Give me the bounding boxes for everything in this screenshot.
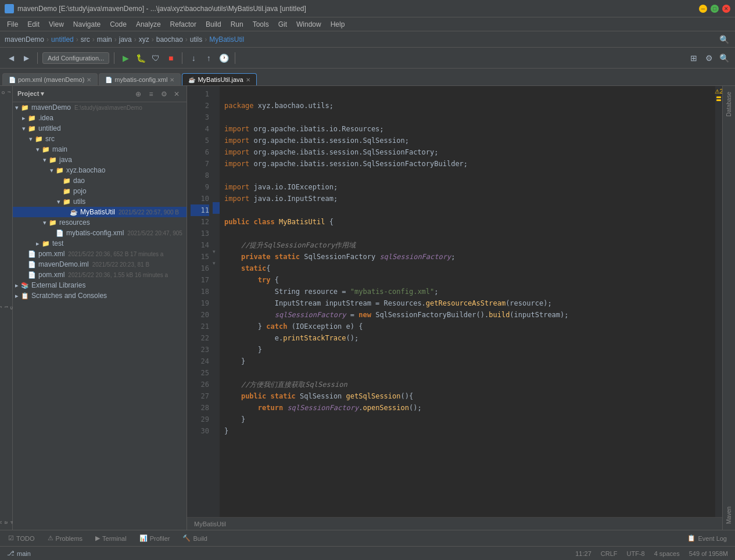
tree-item-mavendemo-iml[interactable]: ▸ 📄 mavenDemo.iml 2021/5/22 20:23, 81 B <box>13 259 187 270</box>
tab-todo[interactable]: ☑ TODO <box>2 533 41 544</box>
sidebar-locate-button[interactable]: ⊕ <box>133 89 144 99</box>
menu-navigate[interactable]: Navigate <box>69 19 105 30</box>
favorites-strip[interactable]: Fav <box>2 518 11 527</box>
tree-label-idea: .idea <box>38 114 53 122</box>
status-line-ending[interactable]: CRLF <box>598 550 620 557</box>
tree-item-pojo[interactable]: ▸ 📁 pojo <box>13 186 187 196</box>
menu-build[interactable]: Build <box>201 19 226 30</box>
fold-16[interactable]: ▾ <box>213 260 220 272</box>
tab-profiler[interactable]: 📊 Profiler <box>134 533 176 544</box>
tree-item-untitled[interactable]: ▾ 📁 untitled <box>13 123 187 134</box>
menu-file[interactable]: File <box>2 19 23 30</box>
search-button[interactable]: 🔍 <box>718 52 730 64</box>
menu-window[interactable]: Window <box>292 19 326 30</box>
menu-code[interactable]: Code <box>105 19 131 30</box>
nav-xyz[interactable]: xyz <box>139 35 149 44</box>
back-button[interactable]: ◀ <box>5 52 17 64</box>
settings-button[interactable]: ⚙ <box>702 52 715 64</box>
tree-item-pom-main[interactable]: ▸ 📄 pom.xml 2021/5/22 20:36, 1.55 kB 16 … <box>13 270 187 280</box>
profiler-label: Profiler <box>150 535 170 542</box>
menu-tools[interactable]: Tools <box>248 19 274 30</box>
toolbar-separator <box>37 52 38 64</box>
tab-mybatisutil-close[interactable]: ✕ <box>246 77 250 83</box>
nav-main[interactable]: main <box>97 35 112 44</box>
close-button[interactable]: ✕ <box>722 5 730 13</box>
add-configuration-button[interactable]: Add Configuration... <box>42 52 109 64</box>
nav-untitled[interactable]: untitled <box>51 35 74 44</box>
position-label: 11:27 <box>575 550 591 557</box>
nav-mybatisutil[interactable]: MyBatisUtil <box>209 35 244 44</box>
sidebar-collapse-button[interactable]: ≡ <box>146 89 156 99</box>
maven-panel-button[interactable]: Maven <box>723 503 734 527</box>
tree-item-test[interactable]: ▸ 📁 test <box>13 238 187 249</box>
pom-icon: 📄 <box>9 77 16 83</box>
tab-mybatis-config[interactable]: 📄 mybatis-config.xml ✕ <box>99 73 181 85</box>
git-history-button[interactable]: 🕐 <box>217 52 230 64</box>
tree-item-mybatisutil[interactable]: ▸ ☕ MyBatisUtil 2021/5/22 20:57, 900 B <box>13 207 187 217</box>
tab-mybatisutil[interactable]: ☕ MyBatisUtil.java ✕ <box>182 73 256 85</box>
menu-refactor[interactable]: Refactor <box>166 19 201 30</box>
nav-utils[interactable]: utils <box>190 35 202 44</box>
status-memory[interactable]: 549 of 1958M <box>687 550 730 557</box>
tab-pom[interactable]: 📄 pom.xml (mavenDemo) ✕ <box>2 73 98 85</box>
tree-item-resources[interactable]: ▾ 📁 resources <box>13 217 187 228</box>
git-push-button[interactable]: ↑ <box>202 52 215 64</box>
menu-analyze[interactable]: Analyze <box>131 19 166 30</box>
debug-button[interactable]: 🐛 <box>134 52 147 64</box>
tree-item-mybatis-config[interactable]: ▸ 📄 mybatis-config.xml 2021/5/22 20:47, … <box>13 228 187 238</box>
tree-item-pom-untitled[interactable]: ▸ 📄 pom.xml 2021/5/22 20:36, 652 B 17 mi… <box>13 249 187 259</box>
tree-item-java[interactable]: ▾ 📁 java <box>13 155 187 165</box>
status-encoding[interactable]: UTF-8 <box>625 550 647 557</box>
nav-java[interactable]: java <box>119 35 132 44</box>
problems-icon: ⚠ <box>48 534 53 542</box>
status-position[interactable]: 11:27 <box>573 550 594 557</box>
forward-button[interactable]: ▶ <box>20 52 33 64</box>
minimize-button[interactable]: ─ <box>699 5 707 13</box>
tree-item-utils[interactable]: ▾ 📁 utils <box>13 196 187 207</box>
terminal-label: Terminal <box>102 535 127 542</box>
menu-run[interactable]: Run <box>226 19 248 30</box>
run-with-coverage[interactable]: 🛡 <box>149 52 162 64</box>
layout-button[interactable]: ⊞ <box>687 52 700 64</box>
tab-mybatis-close[interactable]: ✕ <box>170 77 174 83</box>
database-panel-button[interactable]: Database <box>723 88 734 120</box>
tab-terminal[interactable]: ▶ Terminal <box>89 533 132 544</box>
menu-edit[interactable]: Edit <box>23 19 44 30</box>
search-everywhere-button[interactable]: 🔍 <box>718 33 730 46</box>
run-button[interactable]: ▶ <box>119 52 132 64</box>
tree-item-xyz-baochao[interactable]: ▾ 📁 xyz.baochao <box>13 165 187 175</box>
code-content[interactable]: package xyz.baochao.utils; import org.ap… <box>220 86 715 517</box>
tree-label-pom-untitled: pom.xml <box>38 250 64 258</box>
tab-event-log[interactable]: 📋 Event Log <box>682 533 733 544</box>
warning-marker-2[interactable] <box>716 99 721 101</box>
sidebar-close-button[interactable]: ✕ <box>171 89 182 99</box>
tree-item-main[interactable]: ▾ 📁 main <box>13 144 187 155</box>
project-strip[interactable]: Proj <box>2 88 11 98</box>
stop-button[interactable]: ■ <box>164 52 177 64</box>
git-branch-status[interactable]: ⎇ main <box>5 550 33 557</box>
tree-item-dao[interactable]: ▸ 📁 dao <box>13 175 187 186</box>
tab-build[interactable]: 🔨 Build <box>177 533 213 544</box>
menu-help[interactable]: Help <box>326 19 350 30</box>
warning-marker-1[interactable] <box>716 96 721 98</box>
tree-item-src[interactable]: ▾ 📁 src <box>13 134 187 144</box>
sidebar-settings-button[interactable]: ⚙ <box>159 89 169 99</box>
menu-git[interactable]: Git <box>274 19 292 30</box>
structure-strip[interactable]: Str <box>2 303 11 313</box>
git-update-button[interactable]: ↓ <box>187 52 200 64</box>
status-indent[interactable]: 4 spaces <box>652 550 682 557</box>
maximize-button[interactable]: □ <box>711 5 719 13</box>
tree-item-idea[interactable]: ▸ 📁 .idea <box>13 113 187 123</box>
tree-item-mavendemo[interactable]: ▾ 📁 mavenDemo E:\study\java\mavenDemo <box>13 102 187 113</box>
fold-15[interactable]: ▾ <box>213 249 220 260</box>
nav-bar: mavenDemo › untitled › src › main › java… <box>0 31 735 48</box>
nav-mavendemo[interactable]: mavenDemo <box>5 35 44 44</box>
nav-src[interactable]: src <box>81 35 90 44</box>
tree-item-scratches[interactable]: ▸ 📋 Scratches and Consoles <box>13 290 187 301</box>
tab-mybatis-config-label: mybatis-config.xml <box>114 76 167 83</box>
tab-pom-close[interactable]: ✕ <box>87 77 91 83</box>
nav-baochao[interactable]: baochao <box>156 35 183 44</box>
tree-item-external-libs[interactable]: ▸ 📚 External Libraries <box>13 280 187 290</box>
menu-view[interactable]: View <box>44 19 69 30</box>
tab-problems[interactable]: ⚠ Problems <box>42 533 88 544</box>
